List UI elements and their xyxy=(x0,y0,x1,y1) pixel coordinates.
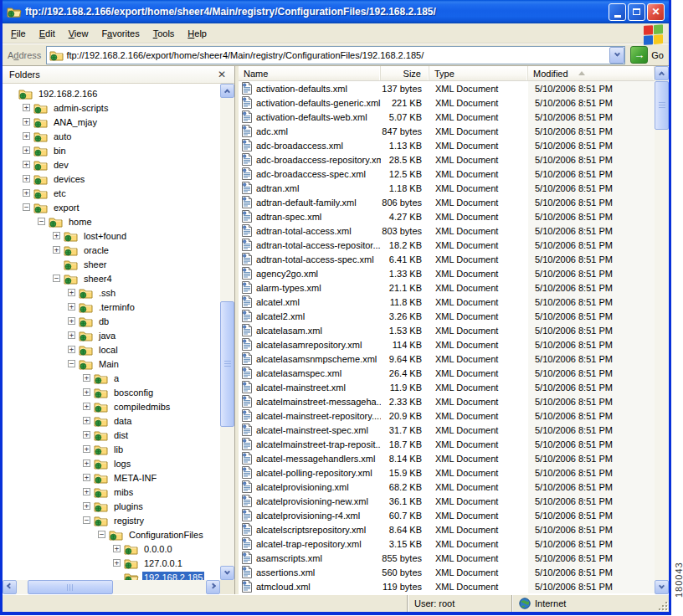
file-row[interactable]: assertions.xml560 bytesXML Document5/10/… xyxy=(239,565,655,579)
tree-item--terminfo[interactable]: + .terminfo xyxy=(3,300,220,314)
expand-icon[interactable]: + xyxy=(68,346,75,353)
file-row[interactable]: adc-broadaccess-repository.xml28.5 KBXML… xyxy=(239,152,655,167)
expand-icon[interactable]: + xyxy=(83,403,90,410)
file-row[interactable]: asamscripts.xml855 bytesXML Document5/10… xyxy=(239,551,655,565)
tree-item-plugins[interactable]: + plugins xyxy=(3,499,220,513)
file-row[interactable]: alcatelasamspec.xml26.4 KBXML Document5/… xyxy=(239,366,655,380)
tree-item-local[interactable]: + local xyxy=(3,342,220,357)
menu-view[interactable]: View xyxy=(62,26,95,41)
minimize-button[interactable] xyxy=(609,3,626,21)
menu-file[interactable]: File xyxy=(4,26,33,41)
file-row[interactable]: alcatel-mainstreet.xml11.9 KBXML Documen… xyxy=(239,380,655,394)
file-row[interactable]: alcatel-mainstreet-spec.xml31.7 KBXML Do… xyxy=(239,423,655,437)
tree-item-sheer[interactable]: sheer xyxy=(3,257,220,271)
tree-item-registry[interactable]: − registry xyxy=(3,513,220,527)
expand-icon[interactable]: + xyxy=(113,559,121,567)
tree-scroll-thumb[interactable] xyxy=(220,301,234,427)
address-dropdown-button[interactable] xyxy=(609,47,624,64)
file-row[interactable]: alcatel-polling-repository.xml15.9 KBXML… xyxy=(239,465,655,480)
collapse-icon[interactable]: − xyxy=(68,360,75,367)
tree-item--ssh[interactable]: + .ssh xyxy=(3,285,220,300)
tree-item-ana-mjay[interactable]: + ANA_mjay xyxy=(3,115,220,129)
file-row[interactable]: adc-broadaccess-spec.xml12.5 KBXML Docum… xyxy=(239,167,655,181)
expand-icon[interactable]: + xyxy=(83,488,90,495)
expand-icon[interactable]: + xyxy=(68,303,75,311)
tree-item-compiledmibs[interactable]: + compiledmibs xyxy=(3,399,220,413)
tree-item-export[interactable]: − export xyxy=(3,200,220,214)
tree-item-dev[interactable]: + dev xyxy=(3,157,220,172)
file-row[interactable]: adtran-default-family.xml806 bytesXML Do… xyxy=(239,195,655,209)
expand-icon[interactable]: + xyxy=(23,161,30,168)
scroll-up-button[interactable] xyxy=(220,84,234,98)
file-row[interactable]: alcatelasamrepository.xml114 KBXML Docum… xyxy=(239,337,655,352)
expand-icon[interactable]: + xyxy=(83,417,90,424)
tree-item-etc[interactable]: + etc xyxy=(3,186,220,200)
menu-favorites[interactable]: Favorites xyxy=(95,26,146,41)
tree-vertical-scrollbar[interactable] xyxy=(220,84,234,580)
menu-help[interactable]: Help xyxy=(181,26,213,41)
scroll-down-button[interactable] xyxy=(220,566,234,580)
expand-icon[interactable]: + xyxy=(23,118,30,126)
scroll-up-button[interactable] xyxy=(655,66,669,80)
file-row[interactable]: alcatelmainstreet-trap-reposit...18.7 KB… xyxy=(239,437,655,451)
tree-item-java[interactable]: + java xyxy=(3,328,220,342)
collapse-icon[interactable]: − xyxy=(23,203,30,211)
maximize-button[interactable] xyxy=(628,3,645,21)
file-row[interactable]: adc.xml847 bytesXML Document5/10/2006 8:… xyxy=(239,124,655,138)
tree-hscroll-thumb[interactable] xyxy=(28,580,113,594)
collapse-icon[interactable]: − xyxy=(53,275,60,282)
tree-item-oracle[interactable]: + oracle xyxy=(3,243,220,257)
expand-icon[interactable]: + xyxy=(68,331,75,339)
tree-item-lib[interactable]: + lib xyxy=(3,442,220,456)
list-vertical-scrollbar[interactable] xyxy=(655,66,669,594)
scroll-right-button[interactable] xyxy=(206,580,220,594)
expand-icon[interactable]: + xyxy=(53,246,60,254)
file-row[interactable]: activation-defaults.xml137 bytesXML Docu… xyxy=(239,81,655,95)
file-row[interactable]: alcatelprovisioning-r4.xml60.7 KBXML Doc… xyxy=(239,508,655,522)
tree-item-mibs[interactable]: + mibs xyxy=(3,485,220,499)
expand-icon[interactable]: + xyxy=(83,431,90,439)
file-row[interactable]: adtran-total-access-repositor...18.2 KBX… xyxy=(239,238,655,252)
scroll-left-button[interactable] xyxy=(3,580,17,594)
tree-item-admin-scripts[interactable]: + admin-scripts xyxy=(3,100,220,115)
tree-item-dist[interactable]: + dist xyxy=(3,428,220,442)
tree-item-192-168-2-185[interactable]: 192.168.2.185 xyxy=(3,570,220,580)
tree-item-sheer4[interactable]: − sheer4 xyxy=(3,271,220,285)
file-row[interactable]: alcatelasam.xml1.53 KBXML Document5/10/2… xyxy=(239,323,655,337)
tree-item-bosconfig[interactable]: + bosconfig xyxy=(3,385,220,399)
expand-icon[interactable]: + xyxy=(83,459,90,467)
expand-icon[interactable]: + xyxy=(68,289,75,296)
column-header-modified[interactable]: Modified xyxy=(528,66,655,80)
expand-icon[interactable]: + xyxy=(83,445,90,453)
expand-icon[interactable]: + xyxy=(23,146,30,154)
tree-item-lost-found[interactable]: + lost+found xyxy=(3,228,220,243)
file-row[interactable]: adtran-total-access.xml803 bytesXML Docu… xyxy=(239,223,655,238)
tree-item-data[interactable]: + data xyxy=(3,413,220,428)
file-row[interactable]: alcatelprovisioning.xml68.2 KBXML Docume… xyxy=(239,480,655,494)
tree-item-main[interactable]: − Main xyxy=(3,357,220,371)
tree-item-auto[interactable]: + auto xyxy=(3,129,220,143)
tree-item-configurationfiles[interactable]: − ConfigurationFiles xyxy=(3,527,220,542)
tree-item-bin[interactable]: + bin xyxy=(3,143,220,157)
tree-item-127-0-0-1[interactable]: + 127.0.0.1 xyxy=(3,556,220,570)
file-row[interactable]: alcatelscriptsrepository.xml8.64 KBXML D… xyxy=(239,522,655,536)
file-row[interactable]: agency2go.xml1.33 KBXML Document5/10/200… xyxy=(239,266,655,280)
file-row[interactable]: adtran.xml1.18 KBXML Document5/10/2006 8… xyxy=(239,181,655,195)
expand-icon[interactable]: + xyxy=(23,132,30,140)
expand-icon[interactable]: + xyxy=(83,388,90,396)
file-row[interactable]: alcatel-messagehandlers.xml8.14 KBXML Do… xyxy=(239,451,655,465)
menu-edit[interactable]: Edit xyxy=(33,26,62,41)
go-button[interactable]: → xyxy=(630,46,648,64)
file-row[interactable]: alcatel.xml11.8 KBXML Document5/10/2006 … xyxy=(239,295,655,309)
file-row[interactable]: activation-defaults-generic.xml221 KBXML… xyxy=(239,95,655,110)
collapse-icon[interactable]: − xyxy=(38,218,45,225)
file-row[interactable]: adtran-spec.xml4.27 KBXML Document5/10/2… xyxy=(239,209,655,223)
folders-close-icon[interactable]: ✕ xyxy=(216,69,228,80)
expand-icon[interactable]: + xyxy=(68,317,75,325)
tree-item-a[interactable]: + a xyxy=(3,371,220,385)
collapse-icon[interactable]: − xyxy=(83,516,90,524)
address-input[interactable]: ftp://192.168.2.166/export/home/sheer4/M… xyxy=(46,46,625,64)
file-row[interactable]: alarm-types.xml21.1 KBXML Document5/10/2… xyxy=(239,280,655,295)
file-row[interactable]: atmcloud.xml119 bytesXML Document5/10/20… xyxy=(239,579,655,593)
menu-tools[interactable]: Tools xyxy=(146,26,182,41)
